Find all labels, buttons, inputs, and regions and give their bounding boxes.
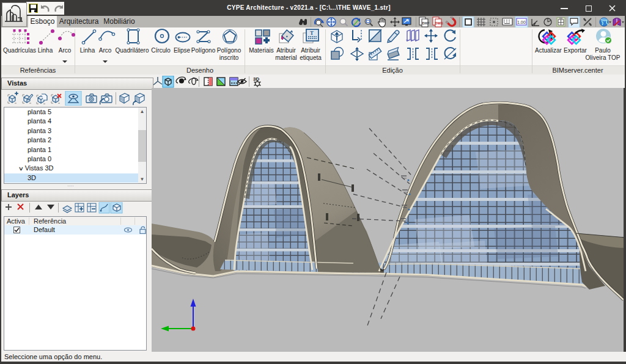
svg-text:3D: 3D: [253, 76, 259, 82]
svg-text:DXF: DXF: [422, 21, 430, 25]
svg-text:1.00: 1.00: [517, 20, 526, 24]
svg-text:DWG: DWG: [435, 21, 443, 25]
svg-text:T: T: [310, 30, 314, 36]
